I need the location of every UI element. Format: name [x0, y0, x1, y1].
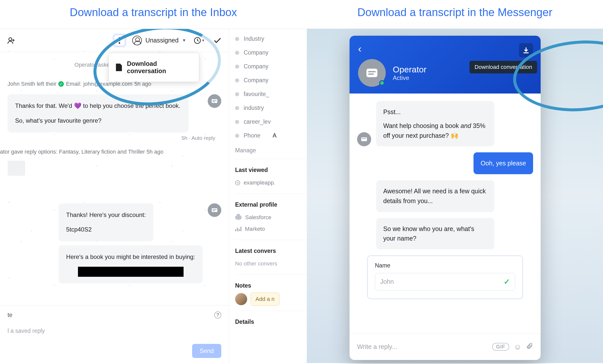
operator-status: Active: [393, 74, 426, 81]
bot-message-awesome: Awesome! All we need is a few quick deta…: [376, 180, 494, 212]
name-input[interactable]: John ✓: [375, 273, 515, 290]
emoji-button[interactable]: ☺: [514, 343, 522, 351]
verified-icon: ✓: [58, 81, 64, 87]
messenger-body: Psst... Want help choosing a book and 35…: [350, 94, 541, 333]
operator-name: Operator: [393, 65, 426, 74]
bubble-meta: 5h · Auto reply: [8, 135, 215, 141]
document-icon: [116, 64, 122, 71]
event-left-label: Email:: [66, 81, 81, 87]
close-conversation-button[interactable]: [212, 35, 223, 46]
back-button[interactable]: ‹: [358, 43, 361, 55]
bubble-text: 5tcp40S2: [66, 224, 146, 235]
name-input-card: Name John ✓: [367, 255, 523, 299]
svg-rect-5: [212, 99, 218, 103]
svg-rect-10: [213, 210, 215, 211]
bot-message-intro: Psst... Want help choosing a book and 35…: [376, 101, 494, 146]
sidebar-field[interactable]: Company: [235, 60, 307, 73]
svg-rect-8: [212, 208, 218, 212]
sidebar-field[interactable]: favourite_: [235, 87, 307, 101]
svg-point-3: [119, 42, 120, 44]
download-conversation-button[interactable]: [519, 43, 533, 57]
inbox-shell: Unassigned ▼ ▾ Download conversation: [0, 29, 307, 363]
latest-convos-empty: No other convers: [235, 258, 307, 269]
svg-rect-14: [361, 138, 367, 141]
bot-bubble-2: Thanks! Here's your discount: 5tcp40S2: [59, 203, 153, 242]
bubble-text: Want help choosing a book: [383, 122, 461, 129]
assignee-picker[interactable]: Unassigned ▼: [132, 36, 186, 45]
download-conversation-item[interactable]: Download conversation: [109, 55, 199, 80]
chevron-down-icon: ▼: [182, 38, 186, 43]
svg-rect-15: [362, 139, 366, 139]
bot-bubble-1: Thanks for that. We'd 💜 to help you choo…: [8, 94, 189, 132]
bot-bubble-3: Here's a book you might be interested in…: [59, 245, 203, 283]
sidebar-field[interactable]: Company: [235, 46, 307, 60]
svg-point-2: [119, 40, 120, 41]
bot-message-askname: So we know who you are, what's your name…: [376, 218, 494, 250]
chevron-down-icon: ▾: [202, 38, 204, 43]
marketo-link[interactable]: Marketo: [235, 223, 307, 235]
sidebar-field[interactable]: career_lev: [235, 115, 307, 129]
bubble-text: So, what's your favourite genre?: [15, 116, 181, 126]
svg-rect-12: [368, 71, 376, 72]
bot-avatar-icon: [208, 203, 221, 217]
attachment-button[interactable]: [526, 342, 533, 351]
bot-avatar-icon: [357, 132, 371, 146]
send-button[interactable]: Send: [192, 344, 221, 358]
svg-rect-11: [366, 69, 377, 77]
more-dropdown: Download conversation: [109, 53, 199, 82]
reply-composer: te ? l a saved reply Send: [0, 305, 229, 363]
sidebar-field[interactable]: Company: [235, 73, 307, 87]
add-note-button[interactable]: Add a n: [251, 293, 279, 306]
bubble-text-em: and: [461, 122, 471, 129]
marketo-icon: [235, 227, 241, 231]
last-viewed-head: Last viewed: [235, 167, 307, 173]
details-sidebar: Industry Company Company Company favouri…: [229, 29, 307, 363]
bubble-text: Here's a book you might be interested in…: [66, 252, 195, 262]
sidebar-field-phone[interactable]: Phone A: [235, 129, 307, 143]
composer-tab[interactable]: te: [8, 312, 12, 319]
help-icon[interactable]: ?: [214, 311, 221, 319]
external-profiles-head: External profile: [235, 201, 307, 208]
notes-head: Notes: [235, 282, 307, 289]
composer-hint[interactable]: l a saved reply: [8, 328, 221, 334]
image-placeholder: [78, 267, 184, 277]
gif-button[interactable]: GIF: [492, 343, 509, 351]
sidebar-field[interactable]: Industry: [235, 32, 307, 46]
add-user-icon[interactable]: [6, 35, 17, 46]
messenger-header: ‹ Download conversation Operator Active: [350, 36, 541, 94]
bubble-text: Thanks! Here's your discount:: [66, 210, 146, 220]
name-value: John: [380, 278, 394, 285]
user-message-reply: Ooh, yes please: [473, 152, 533, 174]
reply-input[interactable]: Write a reply...: [357, 343, 488, 350]
download-tooltip: Download conversation: [469, 61, 537, 73]
svg-rect-7: [213, 101, 215, 102]
manage-link[interactable]: Manage: [235, 147, 307, 154]
inbox-toolbar: Unassigned ▼ ▾: [0, 29, 229, 52]
check-icon: ✓: [504, 277, 510, 286]
svg-point-1: [119, 37, 120, 39]
last-viewed-link[interactable]: exampleapp.: [235, 177, 307, 189]
presence-indicator: [379, 80, 385, 86]
messenger-composer: Write a reply... GIF ☺: [350, 333, 541, 360]
teammate-avatar: [235, 293, 247, 305]
name-label: Name: [375, 262, 515, 269]
caption-left: Download a transcript in the Inbox: [0, 0, 307, 25]
caption-right: Download a transcript in the Messenger: [307, 0, 603, 25]
sidebar-field[interactable]: industry: [235, 101, 307, 115]
salesforce-link[interactable]: Salesforce: [235, 212, 307, 223]
bubble-text: Thanks for that. We'd 💜 to help you choo…: [15, 101, 181, 111]
bubble-text: Psst...: [383, 107, 487, 117]
person-icon: [132, 36, 142, 45]
more-options-button[interactable]: [114, 35, 125, 46]
download-conversation-label: Download conversation: [127, 60, 192, 75]
snooze-button[interactable]: ▾: [193, 35, 205, 46]
globe-icon: [235, 180, 240, 185]
salesforce-icon: [235, 215, 242, 220]
svg-rect-6: [213, 100, 217, 101]
operator-avatar: [358, 59, 386, 87]
details-head: Details: [235, 319, 307, 325]
event-reply-options: ator gave reply options: Fantasy, Litera…: [0, 149, 221, 155]
svg-rect-9: [213, 209, 217, 210]
svg-rect-13: [368, 73, 374, 75]
messenger-widget: ‹ Download conversation Operator Active: [350, 36, 541, 360]
